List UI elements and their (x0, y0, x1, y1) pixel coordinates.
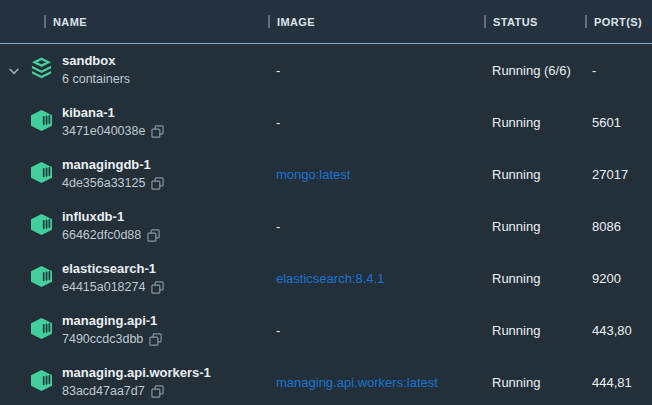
container-row[interactable]: managing.api-1 7490ccdc3dbb - Running 44… (0, 304, 652, 356)
image-cell: - (268, 219, 484, 234)
column-header-label[interactable]: PORT(S) (594, 16, 642, 28)
container-row[interactable]: kibana-1 3471e040038e - Running 5601 (0, 96, 652, 148)
container-row[interactable]: influxdb-1 66462dfc0d88 - Running 8086 (0, 200, 652, 252)
table-header: NAME IMAGE STATUS PORT(S) (0, 0, 652, 44)
image-cell: mongo:latest (268, 167, 484, 182)
container-name: managing.api-1 (62, 312, 268, 330)
container-name: kibana-1 (62, 104, 268, 122)
image-cell: - (268, 323, 484, 338)
column-header-image: IMAGE (268, 15, 484, 28)
image-cell: managing.api.workers:latest (268, 375, 484, 390)
column-header-label[interactable]: STATUS (493, 16, 538, 28)
container-name: sandbox (62, 52, 268, 70)
name-cell: kibana-1 3471e040038e (56, 104, 268, 140)
container-id: 7490ccdc3dbb (62, 330, 143, 348)
copy-icon[interactable] (151, 385, 164, 398)
ports-cell: 444,81 (585, 375, 652, 390)
container-name: elasticsearch-1 (62, 260, 268, 278)
container-id: 6 containers (62, 70, 130, 88)
container-id: 66462dfc0d88 (62, 226, 141, 244)
image-cell: - (268, 115, 484, 130)
container-row[interactable]: managing.api.workers-1 83acd47aa7d7 mana… (0, 356, 652, 405)
image-cell: - (268, 63, 484, 78)
table-body: sandbox 6 containers - Running (6/6) - (0, 44, 652, 405)
status-cell: Running (484, 271, 585, 286)
icon-cell (28, 214, 56, 239)
ports-cell: 9200 (585, 271, 652, 286)
container-icon (30, 162, 53, 187)
image-link[interactable]: managing.api.workers:latest (276, 375, 438, 390)
container-id: 83acd47aa7d7 (62, 382, 145, 400)
container-name: managingdb-1 (62, 156, 268, 174)
column-separator (585, 15, 587, 28)
copy-icon[interactable] (149, 333, 162, 346)
column-header-ports: PORT(S) (585, 15, 652, 28)
container-icon (30, 318, 53, 343)
container-icon (30, 110, 53, 135)
column-header-status: STATUS (484, 15, 585, 28)
name-cell: sandbox 6 containers (56, 52, 268, 88)
image-value: - (276, 63, 280, 78)
icon-cell (28, 318, 56, 343)
chevron-down-icon[interactable] (9, 61, 19, 79)
column-header-label[interactable]: NAME (53, 16, 87, 28)
column-header-label[interactable]: IMAGE (277, 16, 315, 28)
name-cell: elasticsearch-1 e4415a018274 (56, 260, 268, 296)
copy-icon[interactable] (151, 281, 164, 294)
name-cell: managing.api-1 7490ccdc3dbb (56, 312, 268, 348)
status-cell: Running (484, 115, 585, 130)
name-cell: managingdb-1 4de356a33125 (56, 156, 268, 192)
image-link[interactable]: elasticsearch:8.4.1 (276, 271, 384, 286)
ports-cell: - (585, 63, 652, 78)
name-cell: influxdb-1 66462dfc0d88 (56, 208, 268, 244)
ports-cell: 27017 (585, 167, 652, 182)
container-name: managing.api.workers-1 (62, 364, 268, 382)
copy-icon[interactable] (147, 229, 160, 242)
icon-cell (28, 57, 56, 83)
containers-table: NAME IMAGE STATUS PORT(S) (0, 0, 652, 405)
container-icon (30, 370, 53, 395)
status-cell: Running (484, 375, 585, 390)
container-id: 4de356a33125 (62, 174, 145, 192)
name-cell: managing.api.workers-1 83acd47aa7d7 (56, 364, 268, 400)
image-link[interactable]: mongo:latest (276, 167, 350, 182)
copy-icon[interactable] (151, 125, 164, 138)
container-row[interactable]: managingdb-1 4de356a33125 mongo:latest R… (0, 148, 652, 200)
column-separator (484, 15, 486, 28)
image-value: - (276, 219, 280, 234)
container-row[interactable]: sandbox 6 containers - Running (6/6) - (0, 44, 652, 96)
icon-cell (28, 110, 56, 135)
status-cell: Running (6/6) (484, 63, 585, 78)
column-header-name: NAME (44, 15, 268, 28)
image-value: - (276, 323, 280, 338)
container-name: influxdb-1 (62, 208, 268, 226)
ports-cell: 443,80 (585, 323, 652, 338)
expand-cell (0, 61, 28, 79)
copy-icon[interactable] (151, 177, 164, 190)
container-row[interactable]: elasticsearch-1 e4415a018274 elasticsear… (0, 252, 652, 304)
icon-cell (28, 266, 56, 291)
container-id: 3471e040038e (62, 122, 145, 140)
image-value: - (276, 115, 280, 130)
column-separator (44, 15, 46, 28)
container-icon (30, 266, 53, 291)
ports-cell: 8086 (585, 219, 652, 234)
icon-cell (28, 162, 56, 187)
container-id: e4415a018274 (62, 278, 145, 296)
ports-cell: 5601 (585, 115, 652, 130)
icon-cell (28, 370, 56, 395)
status-cell: Running (484, 323, 585, 338)
status-cell: Running (484, 219, 585, 234)
container-icon (30, 214, 53, 239)
column-separator (268, 15, 270, 28)
status-cell: Running (484, 167, 585, 182)
compose-layers-icon (30, 57, 53, 83)
image-cell: elasticsearch:8.4.1 (268, 271, 484, 286)
